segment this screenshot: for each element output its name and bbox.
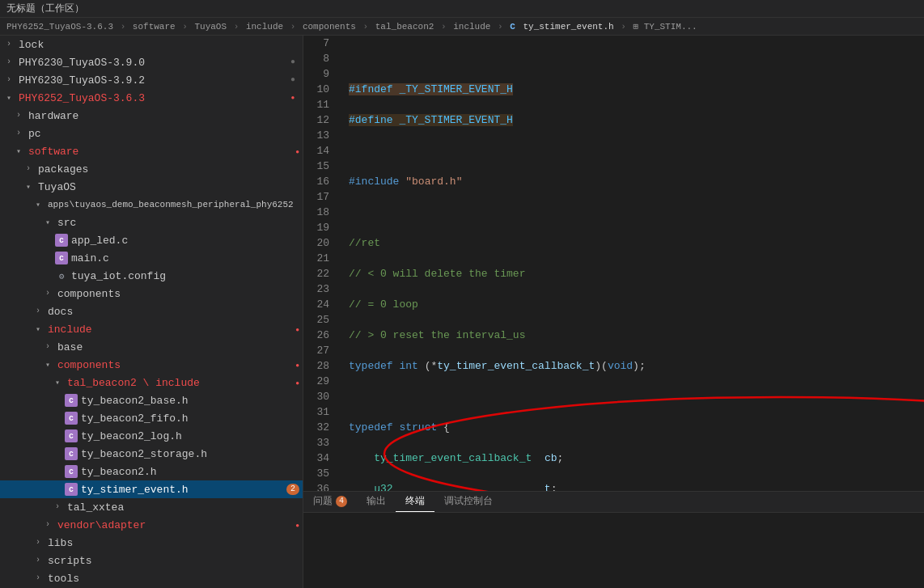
editor-content[interactable]: 7891011 1213141516 1718192021 2223242526… — [303, 36, 924, 491]
sidebar-item-ty-beacon2-log[interactable]: c ty_beacon2_log.h — [0, 427, 303, 445]
arrow-icon — [16, 129, 26, 138]
sidebar-item-ty-stimer-event[interactable]: c ty_stimer_event.h 2 — [0, 480, 303, 498]
sidebar-item-scripts[interactable]: scripts — [0, 552, 303, 569]
code-line — [349, 51, 924, 66]
arrow-icon — [45, 289, 55, 298]
sidebar-item-label: vendor\adapter — [57, 519, 295, 531]
sidebar-item-vendor-adapter[interactable]: vendor\adapter ● — [0, 516, 303, 534]
sidebar-item-label: tal_beacon2 \ include — [67, 377, 295, 389]
sidebar-item-components-include[interactable]: components ● — [0, 356, 303, 374]
sidebar-item-tal-xxtea[interactable]: tal_xxtea — [0, 498, 303, 516]
tab-problems-label: 问题 — [313, 494, 333, 508]
bottom-panel: 问题 4 输出 终端 调试控制台 — [303, 491, 924, 588]
sidebar-item-tal-beacon2[interactable]: tal_beacon2 \ include ● — [0, 374, 303, 391]
tab-terminal[interactable]: 终端 — [396, 491, 434, 512]
badge: ● — [286, 74, 299, 86]
title-bar: 无标题（工作区） — [0, 0, 924, 18]
sidebar-item-label: ty_beacon2_log.h — [81, 430, 303, 442]
sidebar-item-ty-beacon2-base[interactable]: c ty_beacon2_base.h — [0, 391, 303, 409]
arrow-icon — [36, 324, 45, 334]
sidebar-item-label: components — [57, 359, 295, 371]
sidebar-item-label: tuya_iot.config — [71, 270, 303, 282]
sidebar-item-ty-beacon2-fifo[interactable]: c ty_beacon2_fifo.h — [0, 409, 303, 427]
sidebar-item-label: docs — [48, 306, 303, 318]
sidebar-item-label: PHY6252_TuyaOS-3.6.3 — [19, 92, 286, 104]
arrow-icon — [45, 520, 55, 530]
sidebar-item-label: main.c — [71, 252, 303, 264]
c-file-icon: c — [65, 465, 78, 478]
c-file-icon: c — [65, 483, 78, 496]
arrow-icon — [45, 360, 55, 370]
sidebar: lock PHY6230_TuyaOS-3.9.0 ● PHY6230_Tuya… — [0, 36, 303, 588]
sidebar-item-include[interactable]: include ● — [0, 320, 303, 338]
sidebar-item-pc[interactable]: pc — [0, 125, 303, 142]
sidebar-item-base[interactable]: base — [0, 338, 303, 356]
sidebar-item-label: TuyaOS — [38, 181, 303, 193]
sidebar-item-phy6252-363[interactable]: PHY6252_TuyaOS-3.6.3 ● — [0, 89, 303, 107]
sidebar-item-docs[interactable]: docs — [0, 302, 303, 320]
arrow-icon — [55, 378, 65, 387]
sidebar-item-label: ty_stimer_event.h — [81, 484, 286, 496]
bottom-tabs: 问题 4 输出 终端 调试控制台 — [303, 492, 924, 513]
gear-file-icon: ⚙ — [55, 269, 68, 282]
sidebar-item-software[interactable]: software ● — [0, 142, 303, 160]
tab-terminal-label: 终端 — [405, 494, 425, 508]
sidebar-item-ty-beacon2[interactable]: c ty_beacon2.h — [0, 463, 303, 480]
editor: 7891011 1213141516 1718192021 2223242526… — [303, 36, 924, 588]
line-numbers: 7891011 1213141516 1718192021 2223242526… — [303, 36, 336, 491]
title-text: 无标题（工作区） — [6, 2, 84, 15]
arrow-icon — [26, 182, 36, 192]
sidebar-item-config[interactable]: ⚙ tuya_iot.config — [0, 267, 303, 285]
sidebar-item-app-led[interactable]: c app_led.c — [0, 231, 303, 249]
c-file-icon: c — [55, 252, 68, 264]
code-line: //ret — [349, 235, 924, 251]
sidebar-item-label: packages — [38, 163, 303, 176]
sidebar-item-label: libs — [48, 537, 303, 549]
sidebar-item-label: include — [48, 324, 295, 336]
sidebar-item-libs[interactable]: libs — [0, 534, 303, 552]
sidebar-item-src[interactable]: src — [0, 214, 303, 231]
code-lines: #ifndef _TY_STIMER_EVENT_H #define _TY_S… — [336, 36, 924, 491]
sidebar-item-label: software — [28, 146, 295, 158]
arrow-icon — [6, 93, 16, 103]
sidebar-item-ty-beacon2-storage[interactable]: c ty_beacon2_storage.h — [0, 445, 303, 463]
sidebar-item-label: ty_beacon2_base.h — [81, 395, 303, 407]
badge: ● — [295, 522, 299, 529]
sidebar-item-phy6230-390[interactable]: PHY6230_TuyaOS-3.9.0 ● — [0, 53, 303, 71]
badge: ● — [286, 92, 299, 104]
sidebar-item-label: tools — [48, 573, 303, 585]
sidebar-item-label: ty_beacon2.h — [81, 466, 303, 478]
tab-output[interactable]: 输出 — [357, 491, 396, 512]
code-line — [349, 389, 924, 404]
tab-problems[interactable]: 问题 4 — [303, 491, 357, 512]
arrow-icon — [45, 342, 55, 352]
sidebar-item-tools[interactable]: tools — [0, 569, 303, 587]
arrow-icon — [6, 57, 16, 67]
sidebar-item-label: PHY6230_TuyaOS-3.9.0 — [19, 57, 286, 69]
arrow-icon — [16, 111, 26, 121]
arrow-icon — [6, 40, 16, 49]
sidebar-item-apps[interactable]: apps\tuyaos_demo_beaconmesh_peripheral_p… — [0, 196, 303, 214]
bottom-content[interactable] — [303, 513, 924, 588]
sidebar-item-lock[interactable]: lock — [0, 36, 303, 53]
c-file-icon: c — [65, 429, 78, 442]
arrow-icon — [36, 556, 45, 565]
code-line: // > 0 reset the interval_us — [349, 328, 924, 343]
sidebar-item-phy6230-392[interactable]: PHY6230_TuyaOS-3.9.2 ● — [0, 71, 303, 89]
sidebar-item-label: ty_beacon2_storage.h — [81, 448, 303, 460]
sidebar-item-label: src — [57, 217, 303, 229]
code-line: u32 t; — [349, 481, 924, 491]
sidebar-item-main[interactable]: c main.c — [0, 249, 303, 267]
tab-debug-console[interactable]: 调试控制台 — [434, 491, 502, 512]
badge: ● — [295, 148, 299, 155]
code-line: typedef int (*ty_timer_event_callback_t)… — [349, 358, 924, 374]
sidebar-item-label: pc — [28, 128, 303, 140]
sidebar-item-tuyaos[interactable]: TuyaOS — [0, 178, 303, 196]
badge: ● — [295, 326, 299, 333]
file-badge: 2 — [286, 484, 299, 495]
sidebar-item-hardware[interactable]: hardware — [0, 107, 303, 125]
sidebar-item-packages[interactable]: packages — [0, 160, 303, 178]
badge: ● — [295, 362, 299, 369]
sidebar-item-components-apps[interactable]: components — [0, 285, 303, 302]
badge: ● — [286, 57, 299, 68]
